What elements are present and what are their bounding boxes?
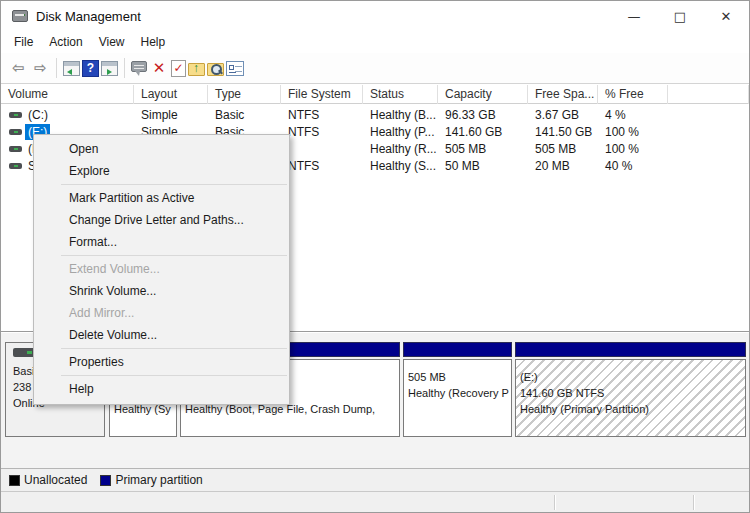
status-cell: Healthy (R... — [363, 142, 438, 156]
callout-icon[interactable] — [131, 61, 147, 72]
context-menu-separator — [61, 255, 287, 256]
legend-swatch — [9, 475, 20, 486]
context-menu: OpenExploreMark Partition as ActiveChang… — [33, 134, 290, 405]
console-tree-icon[interactable] — [63, 61, 80, 76]
column-header-volume[interactable]: Volume — [1, 85, 134, 104]
maximize-button[interactable]: □ — [657, 1, 703, 31]
help-icon[interactable] — [82, 60, 99, 77]
layout-cell: Simple — [134, 108, 208, 122]
folder-search-icon[interactable] — [207, 63, 224, 76]
context-menu-item-explore[interactable]: Explore — [34, 160, 289, 182]
legend-label: Primary partition — [115, 473, 202, 487]
toolbar-separator — [56, 58, 57, 78]
column-header-file-system[interactable]: File System — [281, 85, 363, 104]
column-header-%-free[interactable]: % Free — [598, 85, 668, 104]
legend-bar: UnallocatedPrimary partition — [1, 468, 749, 492]
context-menu-item-help[interactable]: Help — [34, 378, 289, 400]
status-bar — [1, 492, 749, 513]
context-menu-separator — [61, 184, 287, 185]
context-menu-separator — [61, 348, 287, 349]
column-header-free-spa-[interactable]: Free Spa... — [528, 85, 598, 104]
menu-view[interactable]: View — [91, 33, 133, 51]
partition-label-line: 141.60 GB NTFS — [520, 385, 745, 401]
column-header-filler — [668, 85, 749, 104]
context-menu-item-add-mirror: Add Mirror... — [34, 302, 289, 324]
status-cell: Healthy (P... — [363, 125, 438, 139]
forward-icon[interactable] — [30, 58, 50, 78]
delete-icon[interactable] — [149, 58, 169, 78]
context-menu-item-open[interactable]: Open — [34, 138, 289, 160]
partition-label-line: Healthy (Recovery P — [408, 385, 511, 401]
context-menu-item-delete-volume[interactable]: Delete Volume... — [34, 324, 289, 346]
pct-cell: 100 % — [598, 125, 668, 139]
volume-icon — [9, 146, 22, 152]
partition-recovery[interactable]: 505 MBHealthy (Recovery P — [403, 342, 512, 437]
menu-file[interactable]: File — [6, 33, 41, 51]
column-header-status[interactable]: Status — [363, 85, 438, 104]
minimize-button[interactable]: — — [611, 1, 657, 31]
status-cell: Healthy (S... — [363, 159, 438, 173]
column-header-capacity[interactable]: Capacity — [438, 85, 528, 104]
close-button[interactable]: ✕ — [703, 1, 749, 31]
context-menu-separator — [61, 375, 287, 376]
free-cell: 141.50 GB — [528, 125, 598, 139]
legend-swatch — [100, 475, 111, 486]
partition-color-bar — [515, 342, 746, 357]
back-icon[interactable] — [8, 58, 28, 78]
context-menu-item-properties[interactable]: Properties — [34, 351, 289, 373]
partition-body: 505 MBHealthy (Recovery P — [403, 359, 512, 437]
partition-color-bar — [403, 342, 512, 357]
task-check-icon[interactable] — [171, 60, 186, 77]
partition-label-line: (E:) — [520, 369, 745, 385]
title-bar: Disk Management — □ ✕ — [1, 1, 749, 31]
capacity-cell: 141.60 GB — [438, 125, 528, 139]
window-title: Disk Management — [36, 9, 141, 24]
free-cell: 20 MB — [528, 159, 598, 173]
context-menu-item-extend-volume: Extend Volume... — [34, 258, 289, 280]
partition-label-line: Healthy (Primary Partition) — [520, 401, 745, 417]
free-cell: 505 MB — [528, 142, 598, 156]
volume-icon — [9, 112, 22, 118]
volume-icon — [9, 163, 22, 169]
capacity-cell: 50 MB — [438, 159, 528, 173]
context-menu-item-shrink-volume[interactable]: Shrink Volume... — [34, 280, 289, 302]
partition-label-line: 505 MB — [408, 369, 511, 385]
legend-label: Unallocated — [24, 473, 87, 487]
volume-icon — [9, 129, 22, 135]
partition-body: (E:)141.60 GB NTFSHealthy (Primary Parti… — [515, 359, 746, 437]
folder-up-icon[interactable] — [188, 63, 205, 76]
free-cell: 3.67 GB — [528, 108, 598, 122]
menu-help[interactable]: Help — [133, 33, 174, 51]
capacity-cell: 96.33 GB — [438, 108, 528, 122]
fs-cell: NTFS — [281, 108, 363, 122]
status-cell: Healthy (B... — [363, 108, 438, 122]
legend-item-primary-partition: Primary partition — [100, 473, 202, 487]
toolbar-separator — [124, 58, 125, 78]
status-bar-divider — [554, 495, 555, 510]
column-header-layout[interactable]: Layout — [134, 85, 208, 104]
toolbar — [1, 53, 749, 84]
table-row[interactable]: (C:)SimpleBasicNTFSHealthy (B...96.33 GB… — [1, 106, 749, 123]
context-menu-item-mark-partition-as-active[interactable]: Mark Partition as Active — [34, 187, 289, 209]
disk-management-window: Disk Management — □ ✕ FileActionViewHelp… — [0, 0, 750, 513]
status-bar-divider — [693, 495, 694, 510]
action-pane-icon[interactable] — [101, 61, 118, 76]
menu-action[interactable]: Action — [41, 33, 90, 51]
menu-bar: FileActionViewHelp — [1, 31, 749, 53]
fs-cell: NTFS — [281, 125, 363, 139]
pct-cell: 40 % — [598, 159, 668, 173]
capacity-cell: 505 MB — [438, 142, 528, 156]
context-menu-item-format[interactable]: Format... — [34, 231, 289, 253]
fs-cell: NTFS — [281, 159, 363, 173]
column-header-type[interactable]: Type — [208, 85, 281, 104]
pct-cell: 4 % — [598, 108, 668, 122]
volume-list-header: VolumeLayoutTypeFile SystemStatusCapacit… — [1, 85, 749, 104]
legend-item-unallocated: Unallocated — [9, 473, 87, 487]
properties-icon[interactable] — [226, 61, 244, 76]
volume-name: (C:) — [25, 107, 51, 123]
app-icon — [12, 10, 28, 22]
type-cell: Basic — [208, 108, 281, 122]
partition-e[interactable]: (E:)141.60 GB NTFSHealthy (Primary Parti… — [515, 342, 746, 437]
volume-cell: (C:) — [1, 107, 134, 123]
context-menu-item-change-drive-letter-and-paths[interactable]: Change Drive Letter and Paths... — [34, 209, 289, 231]
